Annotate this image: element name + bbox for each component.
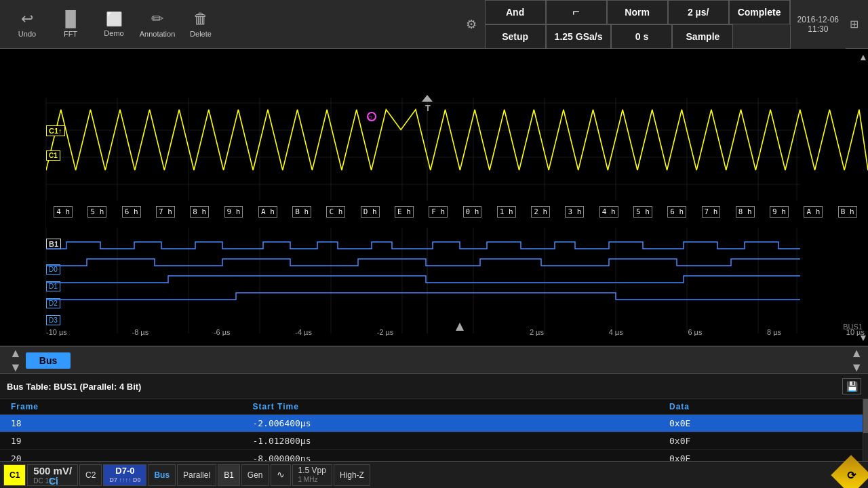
- table-row[interactable]: 18 -2.006400µs 0x0E: [0, 415, 868, 432]
- bus-label-cell[interactable]: Bus: [148, 464, 176, 486]
- trigger-mode-cell[interactable]: And: [485, 0, 546, 24]
- gen-cell[interactable]: Gen: [241, 464, 269, 486]
- timebase-cell[interactable]: 2 µs/: [668, 0, 729, 24]
- oscilloscope-display: T ○ 4 h 5 h 6 h 7 h 8 h 9 h A h B h C h …: [0, 49, 868, 347]
- trigger-slope-cell[interactable]: ⌐: [546, 0, 607, 24]
- ctrl-row-bottom: Setup 1.25 GSa/s 0 s Sample: [485, 24, 790, 49]
- sample-cell[interactable]: Sample: [672, 24, 733, 49]
- save-table-button[interactable]: 💾: [842, 378, 861, 394]
- table-scrollbar-thumb[interactable]: [863, 399, 868, 433]
- c1-channel-cell[interactable]: C1: [3, 464, 26, 486]
- svg-marker-23: [456, 323, 464, 331]
- diamond-container: ⟳: [837, 461, 865, 489]
- setup-cell[interactable]: Setup: [485, 24, 546, 49]
- fft-button[interactable]: ▐▌ FFT: [49, 3, 92, 46]
- acq-mode-cell[interactable]: Norm: [607, 0, 668, 24]
- table-row[interactable]: 19 -1.012800µs 0x0F: [0, 432, 868, 450]
- vpp-cell[interactable]: 1.5 Vpp 1 MHz: [292, 464, 332, 486]
- bus-tab[interactable]: Bus: [26, 352, 71, 369]
- top-controls: And ⌐ Norm 2 µs/ Complete Setup 1.25 GSa…: [485, 0, 790, 49]
- cell-start-time: -2.006400µs: [241, 415, 658, 432]
- demo-button[interactable]: ⬜ Demo: [92, 3, 136, 46]
- ctrl-row-top: And ⌐ Norm 2 µs/ Complete: [485, 0, 790, 24]
- date-display: 2016-12-06 11:30: [790, 0, 846, 49]
- svg-rect-22: [46, 201, 868, 228]
- cell-start-time: -1.012800µs: [241, 432, 658, 450]
- demo-icon: ⬜: [106, 11, 123, 27]
- bus-tab-bar: ▲▼ Bus ▲▼: [0, 347, 868, 374]
- ch-c1-ref-label: C1: [46, 150, 60, 161]
- c2-channel-cell[interactable]: C2: [79, 464, 102, 486]
- annotation-button[interactable]: ✏ Annotation: [136, 3, 179, 46]
- tab-left-arrow[interactable]: ▲▼: [5, 346, 26, 375]
- trash-icon: 🗑: [193, 10, 208, 28]
- d7-channel-cell[interactable]: D7-0 D7 ↑↑↑↑ D0: [103, 464, 146, 486]
- status-bar: C1 500 mV/ DC 10:1 C2 D7-0 D7 ↑↑↑↑ D0 Bu…: [0, 461, 868, 488]
- col-start-time: Start Time: [241, 399, 658, 415]
- gear-button[interactable]: ⚙: [460, 14, 482, 35]
- osc-scroll: ▲ ▼: [859, 49, 868, 346]
- scroll-up-btn[interactable]: ▲: [859, 52, 868, 62]
- complete-cell[interactable]: Complete: [729, 0, 790, 24]
- cell-data: 0x0F: [658, 432, 868, 450]
- undo-button[interactable]: ↩ Undo: [5, 3, 49, 46]
- scroll-down-btn[interactable]: ▼: [859, 332, 868, 343]
- ci-label: Ci: [46, 474, 61, 488]
- table-header-row: Frame Start Time Data: [0, 399, 868, 415]
- network-icon[interactable]: ⊞: [846, 18, 863, 30]
- delete-button[interactable]: 🗑 Delete: [179, 3, 222, 46]
- cell-frame: 18: [0, 415, 241, 432]
- toolbar: ↩ Undo ▐▌ FFT ⬜ Demo ✏ Annotation 🗑 Dele…: [0, 0, 868, 49]
- high-z-cell[interactable]: High-Z: [334, 464, 370, 486]
- b1-channel-cell[interactable]: B1: [218, 464, 240, 486]
- ch-c1-label: C1↑: [46, 125, 65, 136]
- tab-right-arrow[interactable]: ▲▼: [850, 346, 863, 375]
- digital-waveforms: [46, 239, 800, 337]
- wave-cell[interactable]: ∿: [271, 464, 291, 486]
- trigger-pos-cell[interactable]: 0 s: [611, 24, 672, 49]
- parallel-cell[interactable]: Parallel: [177, 464, 216, 486]
- undo-icon: ↩: [21, 10, 33, 28]
- sample-rate-cell[interactable]: 1.25 GSa/s: [546, 24, 612, 49]
- col-data: Data: [658, 399, 868, 415]
- pencil-icon: ✏: [151, 10, 163, 28]
- col-frame: Frame: [0, 399, 241, 415]
- bus-table-header: Bus Table: BUS1 (Parallel: 4 Bit) 💾: [0, 374, 868, 399]
- time-axis: -10 µs -8 µs -6 µs -4 µs -2 µs 2 µs 4 µs…: [46, 328, 865, 336]
- cell-data: 0x0E: [658, 415, 868, 432]
- cell-frame: 19: [0, 432, 241, 450]
- fft-icon: ▐▌: [60, 10, 81, 28]
